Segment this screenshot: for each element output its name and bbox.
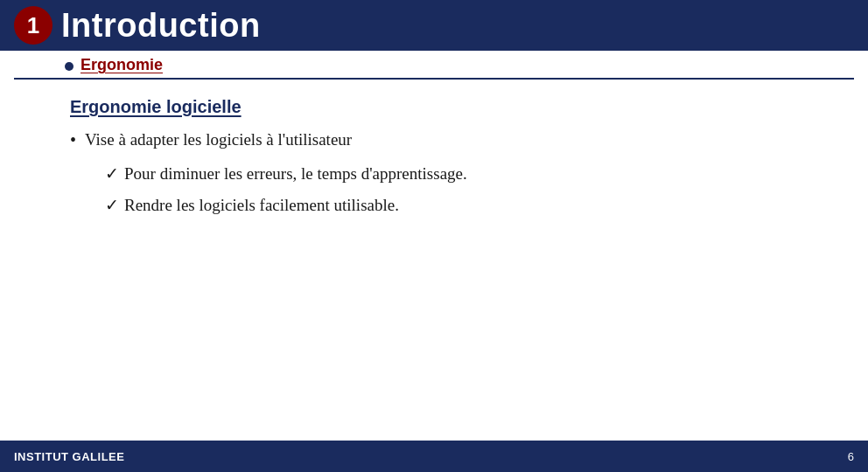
sub-item-text-1: Pour diminuer les erreurs, le temps d'ap…: [124, 162, 467, 187]
section-heading: Ergonomie logicielle: [70, 97, 842, 117]
sub-items-list: ✓ Pour diminuer les erreurs, le temps d'…: [105, 162, 842, 219]
header-bar: 1 Introduction: [0, 0, 868, 51]
footer: INSTITUT GALILEE 6: [0, 441, 868, 472]
subtitle-text: Ergonomie: [80, 56, 163, 74]
footer-page-number: 6: [848, 450, 854, 463]
main-content: Ergonomie logicielle • Vise à adapter le…: [0, 80, 868, 243]
sub-item-2: ✓ Rendre les logiciels facilement utilis…: [105, 193, 842, 219]
checkmark-1: ✓: [105, 162, 119, 187]
footer-institute-label: INSTITUT GALILEE: [14, 450, 124, 463]
bullet-text: Vise à adapter les logiciels à l'utilisa…: [85, 128, 352, 153]
sub-item-text-2: Rendre les logiciels facilement utilisab…: [124, 193, 399, 219]
slide-number-badge: 1: [14, 6, 52, 45]
checkmark-2: ✓: [105, 193, 119, 219]
slide-title: Introduction: [61, 7, 261, 45]
sub-item-1: ✓ Pour diminuer les erreurs, le temps d'…: [105, 162, 842, 187]
connector-dot: [65, 62, 74, 71]
subtitle-row: Ergonomie: [0, 51, 868, 74]
bullet-dot: •: [70, 128, 76, 152]
bullet-item: • Vise à adapter les logiciels à l'utili…: [70, 128, 842, 153]
